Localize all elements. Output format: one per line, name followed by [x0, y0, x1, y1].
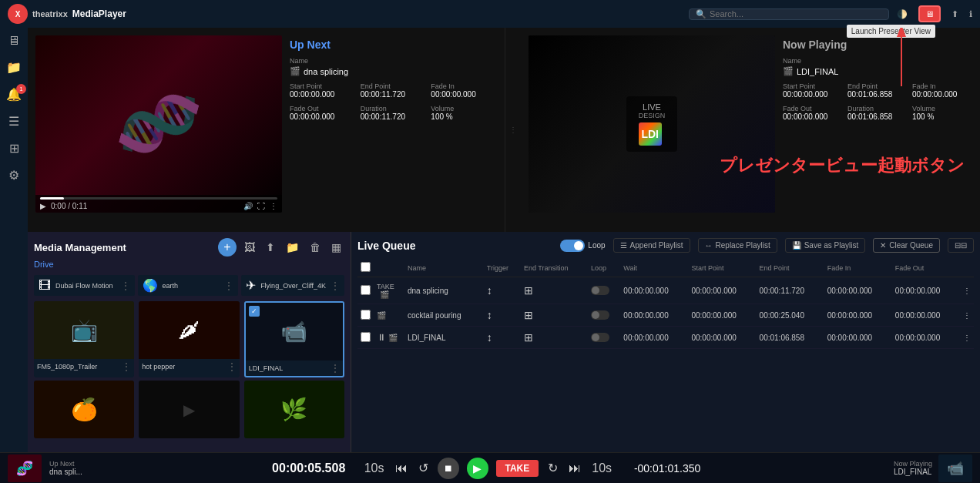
play-icon[interactable]: ▶ — [40, 202, 46, 210]
row3-loop-toggle[interactable] — [591, 333, 609, 342]
np-start-point: Start Point 00:00:00.000 — [783, 82, 843, 99]
theme-icon[interactable]: 🌓 — [897, 9, 908, 19]
up-next-panel: 🧬 ▶ 0:00 / 0:11 🔊 ⛶ ⋮ — [28, 28, 505, 232]
save-icon: 💾 — [792, 241, 801, 250]
media-item-pepper[interactable]: 🌶 hot pepper ⋮ — [139, 301, 239, 377]
live-queue: Live Queue Loop ☰ Append Playlist — [351, 232, 980, 452]
loop-toggle-switch[interactable] — [560, 240, 585, 252]
volume-icon[interactable]: 🔊 — [243, 202, 253, 210]
queue-tbody: TAKE 🎬 dna splicing ↕ ⊞ 00:00 — [357, 277, 974, 349]
sidebar-item-monitor[interactable]: 🖥 — [8, 34, 20, 48]
media-item-dubai[interactable]: 🎞 Dubai Flow Motion ⋮ — [34, 275, 135, 296]
col-fade-in: Fade In — [824, 259, 892, 277]
media-grid-2: 🍊 ▶ 🌿 — [34, 381, 344, 438]
row3-more[interactable]: ⋮ — [960, 327, 974, 349]
sidebar-item-grid[interactable]: ⊞ — [9, 141, 19, 156]
upload-icon[interactable]: ⬆ — [951, 9, 958, 19]
fm5-more[interactable]: ⋮ — [122, 361, 131, 372]
play-button[interactable]: ▶ — [467, 458, 488, 479]
search-input[interactable] — [710, 9, 879, 18]
row2-trigger: ↕ — [484, 304, 521, 327]
row2-loop-toggle[interactable] — [591, 310, 609, 320]
select-all-checkbox[interactable] — [361, 262, 371, 272]
lq-header: Live Queue Loop ☰ Append Playlist — [357, 238, 974, 253]
notification-badge: 1 — [16, 84, 26, 94]
earth-more[interactable]: ⋮ — [224, 280, 233, 291]
loop-back-button[interactable]: ↺ — [417, 459, 430, 477]
fullscreen-icon[interactable]: ⛶ — [257, 202, 265, 210]
delete-button[interactable]: 🗑 — [307, 240, 324, 255]
search-box[interactable]: 🔍 — [689, 8, 889, 20]
take-button[interactable]: TAKE — [496, 460, 539, 477]
media-item-flying[interactable]: ✈ Flying_Over_Cliff_4K ⋮ — [241, 275, 344, 296]
add-folder-button[interactable]: 📁 — [283, 240, 302, 255]
clear-queue-button[interactable]: ✕ Clear Queue — [873, 238, 940, 253]
app-title: MediaPlayer — [72, 8, 126, 19]
film-icon-row1: 🎬 — [380, 290, 389, 299]
row2-more[interactable]: ⋮ — [960, 304, 974, 327]
loop-toggle-knob — [574, 241, 583, 250]
stop-button[interactable]: ⏹ — [438, 458, 459, 479]
ldi-logo: LIVE DESIGN LDI — [626, 96, 678, 152]
col-checkbox — [357, 259, 374, 277]
media-item-ldi[interactable]: ✓ 📹 LDI_FINAL ⋮ — [244, 301, 344, 377]
flying-more[interactable]: ⋮ — [331, 280, 340, 291]
save-playlist-button[interactable]: 💾 Save as Playlist — [785, 238, 866, 253]
sidebar-item-notification[interactable]: 🔔 1 — [6, 87, 22, 102]
monitor-sidebar-icon: 🖥 — [8, 34, 20, 47]
now-playing-info: Now Playing Name 🎬 LDI_FINAL Start Point… — [783, 35, 972, 224]
ldi-name: LDI_FINAL — [249, 364, 284, 372]
skip-fwd-label[interactable]: 10s — [590, 460, 613, 477]
more-icon[interactable]: ⋮ — [270, 202, 277, 210]
up-next-volume: Volume 100 % — [431, 105, 497, 121]
now-playing-preview: LIVE DESIGN LDI — [529, 35, 775, 213]
add-media-button[interactable]: + — [218, 238, 237, 257]
replace-playlist-button[interactable]: ↔ Replace Playlist — [698, 238, 777, 253]
now-playing-panel: LIVE DESIGN LDI Now Playing Name — [521, 28, 980, 232]
media-item-fm5[interactable]: 📺 FM5_1080p_Trailer ⋮ — [34, 301, 134, 377]
append-playlist-button[interactable]: ☰ Append Playlist — [613, 238, 690, 253]
row3-checkbox[interactable] — [357, 327, 374, 349]
film-icon-row2: 🎬 — [377, 311, 386, 320]
import-button[interactable]: ⬆ — [263, 240, 278, 255]
row2-end-trans: ⊞ — [521, 304, 588, 327]
progress-fill — [40, 197, 64, 200]
view-toggle-button[interactable]: 🖼 — [241, 240, 258, 255]
pepper-name-row: hot pepper ⋮ — [139, 359, 239, 374]
row1-fade-in: 00:00:00.000 — [824, 277, 892, 304]
col-end-point: End Point — [757, 259, 824, 277]
next-frame-button[interactable]: ⏭ — [567, 460, 582, 477]
loop-forward-button[interactable]: ↻ — [546, 459, 559, 477]
panel-divider[interactable]: ⋮ — [505, 28, 521, 232]
ldi-more[interactable]: ⋮ — [331, 363, 340, 374]
media-item-dark[interactable]: ▶ — [139, 381, 239, 438]
media-grid: 📺 FM5_1080p_Trailer ⋮ 🌶 hot pepper — [34, 301, 344, 377]
list-view-button[interactable]: ▦ — [328, 240, 344, 255]
nature-icon: 🌿 — [280, 397, 307, 422]
row1-more[interactable]: ⋮ — [960, 277, 974, 304]
dubai-more[interactable]: ⋮ — [121, 280, 130, 291]
row1-loop-toggle[interactable] — [591, 286, 609, 295]
progress-bar[interactable] — [40, 197, 277, 200]
media-item-orange[interactable]: 🍊 — [34, 381, 134, 438]
queue-settings-button[interactable]: ⊟⊟ — [948, 238, 974, 253]
media-item-nature[interactable]: 🌿 — [244, 381, 344, 438]
presenter-arrow — [894, 28, 909, 91]
prev-frame-button[interactable]: ⏮ — [394, 460, 409, 477]
row2-checkbox[interactable] — [357, 304, 374, 327]
skip-back-label[interactable]: 10s — [363, 460, 386, 477]
media-item-earth[interactable]: 🌎 earth ⋮ — [138, 275, 239, 296]
row1-loop — [588, 277, 620, 304]
row1-fade-out: 00:00:00.000 — [892, 277, 960, 304]
row1-wait: 00:00:00.000 — [620, 277, 688, 304]
sidebar-item-list[interactable]: ☰ — [8, 114, 19, 129]
presenter-view-button[interactable]: 🖥 — [918, 5, 941, 22]
mm-subtitle[interactable]: Drive — [34, 260, 344, 269]
col-trigger: Trigger — [484, 259, 521, 277]
pepper-more[interactable]: ⋮ — [227, 361, 237, 372]
info-icon[interactable]: ℹ — [969, 9, 972, 19]
sidebar-item-settings[interactable]: ⚙ — [8, 168, 19, 183]
time-display: 0:00 / 0:11 — [51, 202, 87, 210]
sidebar-item-folder[interactable]: 📁 — [6, 60, 22, 75]
row1-checkbox[interactable] — [357, 277, 374, 304]
